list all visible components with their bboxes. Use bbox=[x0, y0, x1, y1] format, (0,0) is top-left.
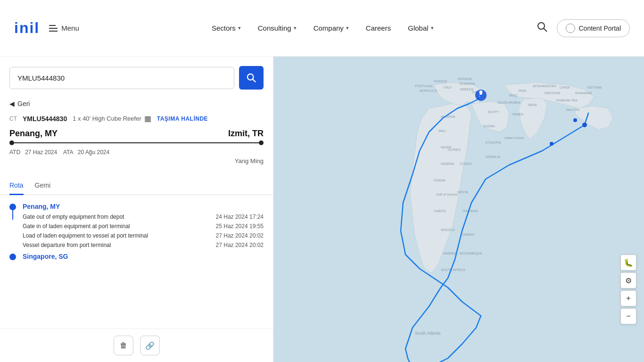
status-badge: TAŞIMA HALİNDE bbox=[157, 115, 208, 122]
tracking-details: CT YMLU5444830 1 x 40' High Cube Reefer … bbox=[0, 114, 273, 177]
tab-rota[interactable]: Rota bbox=[9, 178, 24, 195]
menu-icon bbox=[49, 25, 58, 32]
svg-text:AFGHANISTAN: AFGHANISTAN bbox=[533, 84, 556, 88]
map-area: ALGERIA MALI NIGER NIGERIA GHANA Gulf of… bbox=[273, 57, 644, 362]
svg-text:CHINA: CHINA bbox=[560, 86, 570, 89]
svg-text:ROMANIA: ROMANIA bbox=[460, 82, 475, 85]
stop-content: Singapore, SG bbox=[23, 253, 264, 262]
nav-global[interactable]: Global ▾ bbox=[408, 24, 433, 32]
svg-text:MOROCCO: MOROCCO bbox=[420, 89, 438, 92]
svg-text:FRANCE: FRANCE bbox=[434, 80, 447, 83]
carrier-row: Yang Ming bbox=[9, 157, 264, 165]
nav-consulting[interactable]: Consulting ▾ bbox=[258, 24, 297, 32]
gear-icon: ⚙ bbox=[625, 276, 632, 285]
svg-text:↓: ↓ bbox=[479, 93, 481, 98]
content-portal-button[interactable]: Content Portal bbox=[557, 19, 630, 37]
map-controls: 🐛 ⚙ + − bbox=[620, 255, 636, 324]
progress-dot-end bbox=[259, 140, 264, 145]
svg-text:SOUTH AFRICA: SOUTH AFRICA bbox=[441, 268, 465, 272]
tab-gemi[interactable]: Gemi bbox=[35, 178, 50, 195]
dates-row: ATD 27 Haz 2024 ATA 20 Ağu 2024 bbox=[9, 149, 264, 156]
progress-bar bbox=[9, 140, 264, 145]
event-row: Vessel departure from port terminal 27 H… bbox=[23, 240, 264, 250]
link-button[interactable]: 🔗 bbox=[140, 336, 160, 355]
back-arrow-icon: ◀ bbox=[9, 100, 15, 107]
main-content: ◀ Geri CT YMLU5444830 1 x 40' High Cube … bbox=[0, 57, 644, 362]
svg-text:MALI: MALI bbox=[438, 129, 446, 132]
svg-text:ZAMBIA: ZAMBIA bbox=[462, 233, 474, 236]
search-icon-button[interactable] bbox=[537, 22, 547, 34]
header-right: Content Portal bbox=[537, 19, 630, 37]
search-bar bbox=[0, 57, 273, 97]
left-panel: ◀ Geri CT YMLU5444830 1 x 40' High Cube … bbox=[0, 57, 273, 362]
svg-text:GUINEA: GUINEA bbox=[448, 148, 461, 151]
logo-area: inil Menu bbox=[14, 19, 108, 37]
svg-point-52 bbox=[573, 118, 577, 122]
debug-button[interactable]: 🐛 bbox=[620, 255, 636, 271]
search-input[interactable] bbox=[9, 67, 234, 89]
chevron-down-icon: ▾ bbox=[238, 25, 241, 31]
svg-text:IRAN: IRAN bbox=[519, 89, 527, 92]
svg-text:INDIA: INDIA bbox=[528, 103, 537, 107]
minus-icon: − bbox=[626, 312, 630, 321]
event-row: Gate out of empty equipment from depot 2… bbox=[23, 212, 264, 222]
route-list: Penang, MY Gate out of empty equipment f… bbox=[0, 195, 273, 329]
portal-circle-icon bbox=[566, 24, 575, 33]
stop-dot bbox=[9, 254, 16, 260]
svg-point-50 bbox=[582, 123, 587, 127]
svg-text:Andaman Sea: Andaman Sea bbox=[556, 99, 577, 102]
svg-text:NIGERIA: NIGERIA bbox=[441, 162, 454, 165]
svg-text:MYANMAR: MYANMAR bbox=[575, 91, 592, 95]
stop-dot bbox=[9, 204, 16, 210]
svg-text:Gulf of Guinea: Gulf of Guinea bbox=[436, 193, 457, 196]
svg-text:YEMEN: YEMEN bbox=[512, 113, 523, 116]
zoom-out-button[interactable]: − bbox=[620, 308, 636, 324]
svg-point-51 bbox=[550, 142, 553, 146]
svg-text:CONGO: CONGO bbox=[460, 162, 472, 165]
nav-careers[interactable]: Careers bbox=[366, 24, 391, 32]
link-icon: 🔗 bbox=[145, 341, 155, 350]
settings-button[interactable]: ⚙ bbox=[620, 272, 636, 288]
zoom-in-button[interactable]: + bbox=[620, 290, 636, 306]
svg-text:SAUDI ARABIA: SAUDI ARABIA bbox=[497, 101, 520, 104]
delete-button[interactable]: 🗑 bbox=[114, 336, 133, 355]
svg-point-0 bbox=[538, 23, 545, 29]
bottom-actions: 🗑 🔗 bbox=[0, 329, 273, 362]
svg-text:GREECE: GREECE bbox=[460, 88, 474, 91]
logo: inil bbox=[14, 19, 40, 37]
progress-dot-start bbox=[9, 140, 14, 145]
event-row: Gate in of laden equipment at port termi… bbox=[23, 222, 264, 231]
stop-line bbox=[12, 210, 13, 220]
svg-text:KENYA: KENYA bbox=[457, 190, 469, 194]
event-row: Load of laden equipment to vessel at por… bbox=[23, 231, 264, 240]
svg-point-2 bbox=[248, 74, 254, 80]
stop-indicator bbox=[9, 253, 16, 260]
delete-icon: 🗑 bbox=[120, 341, 127, 350]
svg-text:ANGOLA: ANGOLA bbox=[441, 228, 455, 231]
stop-content: Penang, MY Gate out of empty equipment f… bbox=[23, 203, 264, 250]
plus-icon: + bbox=[626, 294, 630, 303]
map-svg: ALGERIA MALI NIGER NIGERIA GHANA Gulf of… bbox=[273, 57, 644, 362]
svg-text:ITALY: ITALY bbox=[443, 86, 452, 89]
list-item: Penang, MY Gate out of empty equipment f… bbox=[9, 203, 264, 250]
search-button[interactable] bbox=[239, 66, 264, 90]
menu-button[interactable]: Menu bbox=[49, 24, 79, 32]
route-row: Penang, MY Izmit, TR bbox=[9, 129, 264, 139]
svg-text:UKRAINE: UKRAINE bbox=[457, 77, 472, 81]
menu-label: Menu bbox=[61, 24, 79, 32]
chevron-down-icon: ▾ bbox=[431, 25, 434, 31]
nav-sectors[interactable]: Sectors ▾ bbox=[212, 24, 241, 32]
svg-text:TANZANIA: TANZANIA bbox=[462, 209, 478, 213]
svg-text:SUDAN: SUDAN bbox=[483, 124, 495, 128]
ct-row: CT YMLU5444830 1 x 40' High Cube Reefer … bbox=[9, 114, 264, 123]
nav-company[interactable]: Company ▾ bbox=[314, 24, 349, 32]
container-icon: ▦ bbox=[144, 114, 151, 123]
svg-line-3 bbox=[253, 79, 256, 82]
svg-text:South Atlantic: South Atlantic bbox=[415, 331, 441, 336]
svg-text:IRAQ: IRAQ bbox=[509, 94, 518, 98]
back-button[interactable]: ◀ Geri bbox=[0, 97, 273, 114]
svg-text:PORTUGAL: PORTUGAL bbox=[415, 84, 433, 88]
svg-text:VIETNAM: VIETNAM bbox=[587, 86, 602, 89]
svg-text:GABON: GABON bbox=[434, 209, 446, 213]
svg-text:PAKISTAN: PAKISTAN bbox=[545, 91, 561, 95]
